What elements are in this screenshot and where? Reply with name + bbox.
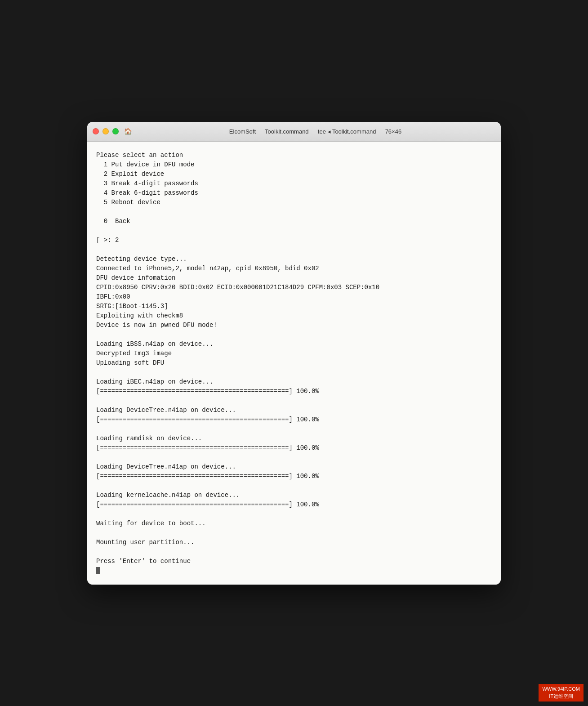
titlebar: 🏠 ElcomSoft — Toolkit.command — tee ◂ To… xyxy=(87,122,501,142)
minimize-button[interactable] xyxy=(102,128,109,134)
terminal-cursor xyxy=(96,567,100,574)
watermark-line1: WWW.94IP.COM xyxy=(542,686,580,693)
maximize-button[interactable] xyxy=(112,128,119,134)
close-button[interactable] xyxy=(93,128,99,134)
window-title: ElcomSoft — Toolkit.command — tee ◂ Tool… xyxy=(135,128,495,135)
watermark-line2: IT运维空间 xyxy=(542,693,580,700)
window-icon: 🏠 xyxy=(124,128,132,135)
terminal-window: 🏠 ElcomSoft — Toolkit.command — tee ◂ To… xyxy=(87,122,501,585)
traffic-lights xyxy=(93,128,119,134)
terminal-output: Please select an action 1 Put device in … xyxy=(87,142,501,585)
watermark: WWW.94IP.COM IT运维空间 xyxy=(539,684,584,702)
